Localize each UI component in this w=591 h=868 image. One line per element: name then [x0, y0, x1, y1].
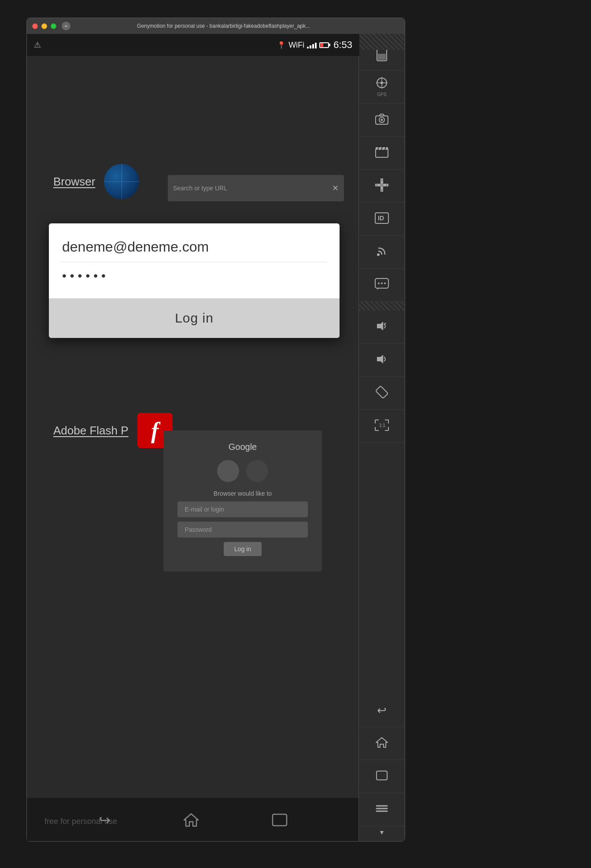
signal-bar-3	[312, 44, 314, 48]
status-left: ⚠	[34, 40, 41, 50]
svg-point-8	[380, 82, 383, 84]
striped-divider	[359, 302, 405, 311]
recents-nav-button[interactable]	[272, 813, 288, 827]
google-text: Google	[229, 442, 257, 452]
striped-top	[358, 34, 405, 50]
svg-rect-4	[378, 54, 386, 60]
avatar-1	[217, 460, 239, 482]
sidebar-rss-button[interactable]	[359, 236, 405, 269]
sidebar-home-button[interactable]	[359, 727, 405, 760]
mac-window: ∞ Genymotion for personal use - bankalar…	[26, 18, 405, 842]
avatar-row	[217, 460, 268, 482]
battery-icon	[319, 42, 329, 48]
sidebar-camera-button[interactable]	[359, 104, 405, 137]
camera-sidebar-icon	[375, 113, 388, 126]
battery-fill	[321, 43, 323, 47]
flash-letter: f	[151, 418, 159, 444]
svg-rect-46	[377, 771, 387, 780]
status-bar: ⚠ 📍 WiFi 6:53	[27, 34, 359, 56]
status-time: 6:53	[333, 39, 352, 51]
browser-url-bar[interactable]: Search or type URL ✕	[168, 175, 344, 201]
svg-point-27	[378, 282, 380, 284]
minimize-button[interactable]	[41, 23, 47, 29]
sidebar-dpad-button[interactable]	[359, 170, 405, 203]
sidebar-back-button[interactable]: ↩	[359, 694, 405, 727]
svg-text:-: -	[384, 355, 385, 361]
volume-down-sidebar-icon: -	[375, 353, 388, 367]
close-button[interactable]	[32, 23, 38, 29]
sidebar-rotate-button[interactable]	[359, 377, 405, 410]
sidebar-scale-button[interactable]: 1:1	[359, 410, 405, 443]
background-browser-panel: Google Browser would like to E-mail or l…	[163, 430, 322, 571]
home-icon	[183, 812, 199, 828]
url-close-icon[interactable]: ✕	[332, 183, 339, 193]
id-sidebar-icon: ID	[375, 212, 389, 226]
svg-marker-33	[377, 355, 383, 364]
gps-label: GPS	[377, 92, 386, 97]
svg-text:1:1: 1:1	[379, 423, 385, 428]
bg-browser-inner: Google Browser would like to E-mail or l…	[163, 430, 322, 563]
login-fields: deneme@deneme.com ••••••	[49, 223, 340, 298]
email-field[interactable]: deneme@deneme.com	[62, 232, 326, 262]
svg-text:ID: ID	[378, 215, 384, 222]
back-arrow-icon: ↩	[99, 812, 111, 828]
warning-icon: ⚠	[34, 40, 41, 50]
main-content: Browser Search or type URL ✕ deneme@dene…	[27, 56, 359, 798]
password-field[interactable]: ••••••	[62, 262, 326, 289]
svg-rect-12	[376, 149, 388, 157]
svg-point-28	[381, 282, 383, 284]
nav-bar: free for personal use ↩	[27, 798, 359, 842]
adobe-flash-label: Adobe Flash P	[53, 424, 129, 438]
sidebar-scroll-down[interactable]: ▼	[379, 826, 385, 838]
url-placeholder: Search or type URL	[173, 185, 329, 192]
svg-point-25	[377, 253, 380, 256]
sidebar-id-button[interactable]: ID	[359, 203, 405, 236]
sidebar-volume-down-button[interactable]: -	[359, 344, 405, 377]
wifi-icon: WiFi	[288, 41, 304, 50]
genymotion-icon: ∞	[62, 22, 70, 30]
browser-label: Browser	[53, 175, 95, 189]
home-sidebar-icon	[376, 736, 388, 750]
login-dialog: deneme@deneme.com •••••• Log in	[49, 223, 340, 338]
right-sidebar: GPS	[358, 34, 405, 842]
adobe-section: Adobe Flash P f	[53, 413, 173, 448]
svg-marker-45	[376, 738, 388, 747]
svg-text:+: +	[384, 321, 387, 327]
chat-sidebar-icon	[375, 278, 389, 292]
login-button[interactable]: Log in	[49, 298, 340, 338]
svg-point-11	[381, 119, 383, 121]
android-screen: ⚠ 📍 WiFi 6:53 Browser	[27, 34, 359, 842]
back-nav-button[interactable]: ↩	[99, 812, 111, 828]
sidebar-gps-button[interactable]: GPS	[359, 70, 405, 104]
rotate-sidebar-icon	[375, 385, 389, 401]
signal-bar-4	[315, 43, 317, 48]
recents-sidebar-icon	[376, 770, 388, 783]
sidebar-clapboard-button[interactable]	[359, 137, 405, 170]
volume-up-sidebar-icon: +	[375, 320, 388, 334]
sidebar-menu-button[interactable]	[359, 793, 405, 826]
clapboard-sidebar-icon	[375, 146, 388, 160]
svg-marker-31	[377, 322, 383, 330]
window-title: Genymotion for personal use - bankalarbi…	[74, 23, 373, 29]
rss-sidebar-icon	[376, 245, 388, 259]
signal-bar-2	[310, 45, 311, 48]
sidebar-chat-button[interactable]	[359, 269, 405, 302]
svg-point-29	[384, 282, 386, 284]
bg-login-btn[interactable]: Log in	[224, 542, 262, 556]
sidebar-volume-up-button[interactable]: +	[359, 311, 405, 344]
back-sidebar-icon: ↩	[377, 704, 387, 717]
bg-email-field[interactable]: E-mail or login	[177, 501, 307, 517]
maximize-button[interactable]	[51, 23, 56, 29]
bg-password-field[interactable]: Password	[177, 522, 307, 538]
avatar-2	[246, 460, 268, 482]
browser-notice: Browser would like to	[214, 490, 272, 497]
scale-sidebar-icon: 1:1	[374, 419, 389, 433]
signal-bar-1	[307, 47, 309, 48]
home-nav-button[interactable]	[183, 812, 199, 828]
browser-globe-icon[interactable]	[104, 164, 139, 199]
recents-icon	[272, 813, 288, 827]
signal-bars	[307, 41, 317, 48]
titlebar: ∞ Genymotion for personal use - bankalar…	[27, 18, 405, 34]
sidebar-recents-button[interactable]	[359, 760, 405, 793]
location-icon: 📍	[277, 41, 286, 49]
